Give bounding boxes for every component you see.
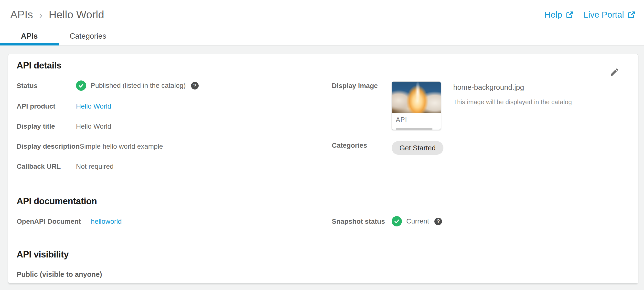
page-header: APIs › Hello World Help Live Portal — [0, 0, 644, 27]
pencil-icon — [610, 74, 619, 78]
section-title-api-details: API details — [16, 60, 628, 71]
display-title-row: Display title Hello World — [16, 122, 332, 131]
section-api-visibility: API visibility Public (visible to anyone… — [8, 242, 638, 283]
live-portal-link[interactable]: Live Portal — [584, 10, 636, 20]
section-title-api-visibility: API visibility — [16, 249, 628, 260]
openapi-document-label: OpenAPI Document — [16, 217, 91, 226]
display-description-row: Display description Simple hello world e… — [16, 142, 332, 151]
status-row: Status Published (listed in the catalog)… — [16, 81, 332, 91]
display-title-label: Display title — [16, 122, 76, 131]
check-circle-icon — [392, 216, 402, 226]
edit-button[interactable] — [610, 67, 620, 78]
api-product-label: API product — [16, 102, 76, 111]
tab-bar: APIs Categories — [0, 27, 644, 46]
check-circle-icon — [76, 81, 86, 91]
display-image-label: Display image — [332, 81, 392, 90]
image-note: This image will be displayed in the cata… — [453, 98, 572, 106]
openapi-document-row: OpenAPI Document helloworld — [16, 217, 332, 226]
breadcrumb: APIs › Hello World — [10, 9, 104, 21]
categories-label: Categories — [332, 141, 392, 150]
callback-url-row: Callback URL Not required — [16, 162, 332, 171]
status-value: Published (listed in the catalog) — [91, 81, 186, 90]
chevron-right-icon: › — [39, 9, 42, 21]
image-filename: home-background.jpg — [453, 83, 572, 92]
display-title-value: Hello World — [76, 122, 111, 131]
api-product-link[interactable]: Hello World — [76, 102, 111, 111]
help-icon[interactable]: ? — [191, 82, 198, 90]
main-content: API details Status Published (listed in … — [0, 46, 644, 290]
visibility-value: Public (visible to anyone) — [16, 270, 628, 278]
snapshot-status-value: Current — [406, 217, 429, 226]
section-api-details: API details Status Published (listed in … — [8, 54, 638, 188]
help-icon[interactable]: ? — [434, 218, 442, 225]
display-image-row: Display image API h — [332, 81, 628, 130]
help-link[interactable]: Help — [544, 10, 574, 20]
callback-url-value: Not required — [76, 162, 114, 171]
categories-row: Categories Get Started — [332, 141, 628, 155]
breadcrumb-item-current: Hello World — [49, 9, 104, 21]
api-details-card: API details Status Published (listed in … — [8, 54, 638, 284]
header-links: Help Live Portal — [544, 10, 636, 20]
tab-categories[interactable]: Categories — [59, 27, 117, 45]
snapshot-status-row: Snapshot status Current ? — [332, 217, 628, 226]
tab-apis[interactable]: APIs — [0, 27, 59, 45]
display-description-value: Simple hello world example — [80, 142, 163, 151]
display-image-thumbnail: API — [392, 81, 441, 130]
external-link-icon — [566, 11, 574, 19]
rocket-launch-photo — [392, 82, 441, 113]
callback-url-label: Callback URL — [16, 162, 76, 171]
api-product-row: API product Hello World — [16, 102, 332, 111]
help-link-label: Help — [544, 10, 562, 20]
category-tag: Get Started — [392, 141, 444, 155]
thumbnail-caption: API — [396, 115, 437, 124]
status-label: Status — [16, 81, 76, 90]
placeholder-bar — [396, 128, 432, 130]
section-api-documentation: API documentation OpenAPI Document hello… — [8, 188, 638, 242]
openapi-document-link[interactable]: helloworld — [91, 217, 122, 226]
snapshot-status-label: Snapshot status — [332, 217, 392, 226]
live-portal-link-label: Live Portal — [584, 10, 624, 20]
display-description-label: Display description — [16, 142, 80, 151]
external-link-icon — [628, 11, 636, 19]
breadcrumb-item-apis[interactable]: APIs — [10, 9, 33, 21]
section-title-api-documentation: API documentation — [16, 196, 628, 206]
